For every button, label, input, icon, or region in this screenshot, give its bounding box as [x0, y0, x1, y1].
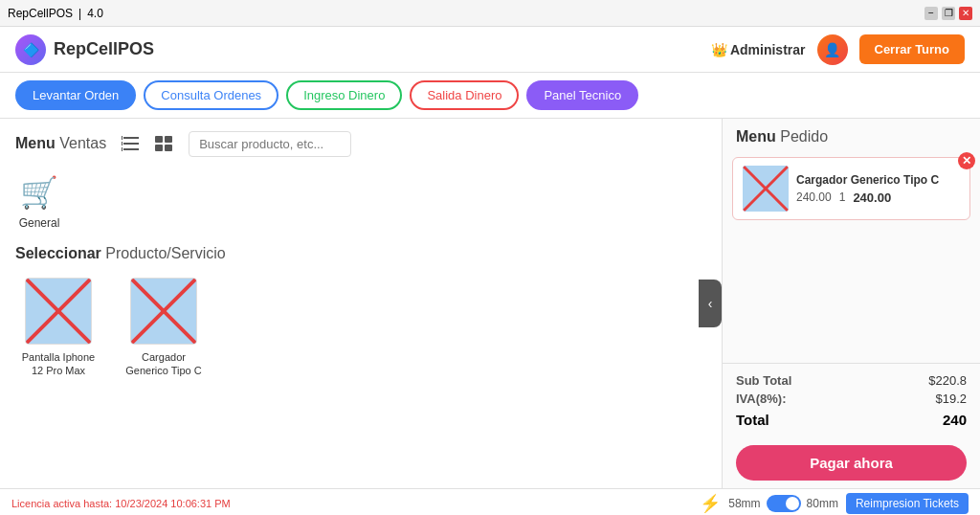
order-item: Cargador Generico Tipo C 240.00 1 240.00… [732, 157, 970, 220]
order-item-total: 240.00 [853, 190, 891, 205]
license-text: Licencia activa hasta: 10/23/2024 10:06:… [11, 498, 231, 509]
title-bar-left: RepCellPOS | 4.0 [8, 7, 103, 20]
bolt-icon: ⚡ [700, 493, 721, 514]
admin-avatar: 👤 [817, 34, 848, 65]
subtotal-label: Sub Total [736, 373, 791, 388]
right-panel: Menu Pedido Cargador Generico Tipo C 240… [722, 119, 980, 488]
svg-rect-0 [123, 137, 139, 139]
order-item-details: Cargador Generico Tipo C 240.00 1 240.00 [796, 173, 960, 205]
categories-section: 🛒 General [15, 168, 706, 230]
menu-ventas-title: Menu Ventas [15, 135, 106, 152]
collapse-panel-arrow[interactable]: ‹ [699, 280, 722, 327]
product-image-2 [130, 278, 197, 345]
order-item-name: Cargador Generico Tipo C [796, 173, 960, 187]
product-label-1: Pantalla Iphone 12 Pro Max [15, 350, 101, 378]
order-item-image [743, 166, 789, 212]
header-right: 👑 Administrar 👤 Cerrar Turno [711, 34, 965, 65]
svg-rect-4 [123, 148, 139, 150]
svg-rect-9 [165, 145, 172, 151]
product-label-2: Cargador Generico Tipo C [121, 350, 207, 378]
svg-rect-5 [122, 147, 122, 151]
svg-rect-1 [122, 136, 122, 140]
main-content: Menu Ventas [0, 119, 980, 488]
close-button[interactable]: ✕ [959, 7, 972, 20]
iva-row: IVA(8%): $19.2 [736, 392, 967, 406]
title-bar-controls: − ❐ ✕ [924, 7, 972, 20]
logo-text: 🔷 [23, 42, 39, 57]
order-summary: Sub Total $220.8 IVA(8%): $19.2 Total 24… [723, 363, 980, 437]
bottom-bar: Licencia activa hasta: 10/23/2024 10:06:… [0, 488, 980, 515]
total-value: 240 [943, 412, 967, 428]
minimize-button[interactable]: − [924, 7, 938, 20]
product-image-1 [25, 278, 92, 345]
nav-bar: Levantar Orden Consulta Ordenes Ingreso … [0, 73, 980, 119]
title-bar-version: | [78, 7, 81, 20]
title-bar: RepCellPOS | 4.0 − ❐ ✕ [0, 0, 980, 27]
mm58-label: 58mm [728, 497, 760, 510]
reprint-tickets-button[interactable]: Reimpresion Tickets [846, 493, 969, 514]
ticket-controls: ⚡ 58mm 80mm Reimpresion Tickets [700, 493, 969, 514]
order-item-qty: 1 [839, 190, 846, 204]
salida-dinero-button[interactable]: Salida Dinero [410, 80, 519, 110]
header-left: 🔷 RepCellPOS [15, 34, 154, 65]
ticket-size-toggle: 58mm 80mm [728, 495, 838, 512]
general-category[interactable]: 🛒 General [15, 168, 63, 230]
svg-rect-3 [122, 142, 122, 146]
subtotal-value: $220.8 [928, 373, 967, 388]
toggle-switch[interactable] [767, 495, 801, 512]
general-label: General [19, 216, 60, 230]
product-item[interactable]: Pantalla Iphone 12 Pro Max [15, 278, 101, 378]
svg-rect-7 [165, 136, 172, 143]
panel-tecnico-button[interactable]: Panel Tecnico [526, 80, 638, 110]
subtotal-row: Sub Total $220.8 [736, 373, 967, 388]
list-view-icon[interactable] [118, 130, 145, 157]
total-label: Total [736, 412, 769, 428]
svg-rect-6 [155, 136, 163, 143]
total-row: Total 240 [736, 412, 967, 428]
menu-ventas-header: Menu Ventas [15, 130, 706, 157]
menu-icons [118, 130, 177, 157]
svg-rect-2 [123, 143, 139, 145]
admin-label: 👑 Administrar [711, 42, 806, 57]
product-item[interactable]: Cargador Generico Tipo C [121, 278, 207, 378]
app-logo: 🔷 [15, 34, 46, 65]
cart-icon: 🛒 [15, 168, 63, 216]
header: 🔷 RepCellPOS 👑 Administrar 👤 Cerrar Turn… [0, 27, 980, 73]
grid-view-icon[interactable] [150, 130, 177, 157]
maximize-button[interactable]: ❐ [942, 7, 955, 20]
search-input[interactable] [189, 131, 351, 157]
app-title: RepCellPOS [54, 39, 154, 59]
title-bar-version-num: 4.0 [87, 7, 103, 20]
remove-item-button[interactable]: ✕ [958, 152, 975, 169]
iva-value: $19.2 [935, 392, 967, 406]
ingreso-dinero-button[interactable]: Ingreso Dinero [286, 80, 402, 110]
order-item-pricing: 240.00 1 240.00 [796, 190, 960, 205]
menu-pedido-title: Menu Pedido [723, 119, 980, 151]
products-grid: Pantalla Iphone 12 Pro Max Cargador Gene… [15, 278, 706, 378]
consulta-ordenes-button[interactable]: Consulta Ordenes [144, 80, 278, 110]
title-bar-app-name: RepCellPOS [8, 7, 73, 20]
left-panel: Menu Ventas [0, 119, 722, 488]
iva-label: IVA(8%): [736, 392, 786, 406]
order-item-unit-price: 240.00 [796, 190, 832, 204]
levantar-orden-button[interactable]: Levantar Orden [15, 80, 136, 110]
mm80-label: 80mm [807, 497, 838, 510]
close-turno-button[interactable]: Cerrar Turno [859, 34, 966, 64]
order-items: Cargador Generico Tipo C 240.00 1 240.00… [723, 151, 980, 363]
pay-now-button[interactable]: Pagar ahora [736, 445, 967, 481]
section-title: Seleccionar Producto/Servicio [15, 245, 706, 262]
svg-rect-8 [155, 145, 163, 151]
